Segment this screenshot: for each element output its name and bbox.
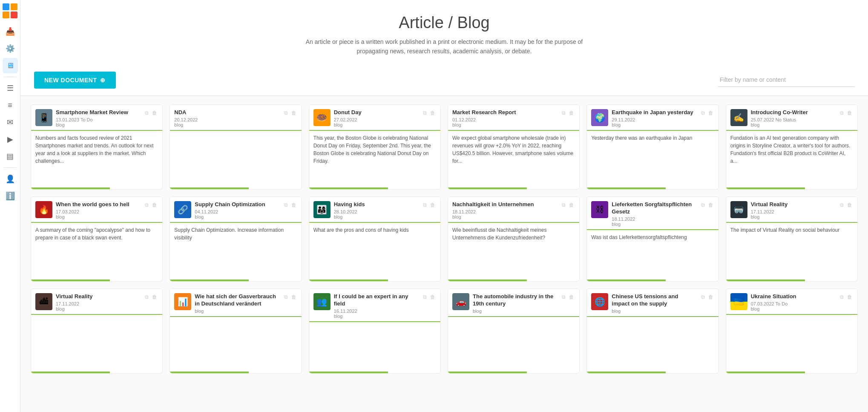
- copy-icon[interactable]: ⧉: [700, 109, 706, 117]
- copy-icon[interactable]: ⧉: [700, 293, 706, 301]
- card-meta: Wie hat sich der Gasverbrauch in Deutsch…: [195, 293, 279, 314]
- card-expert-field[interactable]: 👥 If I could be an expert in any field 1…: [309, 288, 441, 374]
- sidebar-item-play[interactable]: ▶: [3, 132, 18, 147]
- card-actions: ⧉ 🗑: [700, 293, 714, 301]
- card-actions: ⧉ 🗑: [422, 293, 436, 301]
- copy-icon[interactable]: ⧉: [283, 201, 289, 209]
- card-having-kids[interactable]: 👨‍👩‍👧 Having kids 28.10.2022 blog ⧉ 🗑 Wh…: [309, 196, 441, 282]
- delete-icon[interactable]: 🗑: [290, 293, 297, 301]
- new-document-button[interactable]: NEW DOCUMENT ⊕: [34, 72, 116, 89]
- copy-icon[interactable]: ⧉: [283, 293, 289, 301]
- card-footer: [726, 372, 857, 373]
- copy-icon[interactable]: ⧉: [422, 201, 428, 209]
- sidebar-item-monitor[interactable]: 🖥: [3, 58, 18, 73]
- card-thumbnail: 🥽: [730, 201, 747, 218]
- delete-icon[interactable]: 🗑: [707, 293, 714, 301]
- sidebar-item-person[interactable]: 👤: [3, 171, 18, 187]
- copy-icon[interactable]: ⧉: [561, 109, 566, 117]
- card-header: 👨‍👩‍👧 Having kids 28.10.2022 blog ⧉ 🗑: [309, 197, 440, 222]
- sidebar-item-info[interactable]: ℹ️: [3, 188, 18, 204]
- card-virtual-reality-2[interactable]: 🏙 Virtual Reality 17.11.2022 blog ⧉ 🗑: [31, 288, 163, 374]
- card-world-goes-hell[interactable]: 🔥 When the world goes to hell 17.03.2022…: [31, 196, 163, 282]
- card-ukraine-situation[interactable]: 🇺🇦 Ukraine Situation 07.03.2022 To Do bl…: [726, 288, 858, 374]
- delete-icon[interactable]: 🗑: [707, 201, 714, 209]
- sidebar-item-layers[interactable]: ▤: [3, 149, 18, 164]
- card-header: 🏙 Virtual Reality 17.11.2022 blog ⧉ 🗑: [31, 289, 162, 314]
- delete-icon[interactable]: 🗑: [846, 293, 853, 301]
- card-meta: NDA 20.12.2022 blog: [174, 109, 279, 127]
- filter-input[interactable]: [718, 73, 854, 87]
- card-thumbnail: 🔗: [174, 201, 191, 218]
- delete-icon[interactable]: 🗑: [151, 109, 158, 117]
- card-market-research[interactable]: Market Research Report 01.12.2022 blog ⧉…: [448, 104, 580, 190]
- card-divider: [309, 222, 440, 223]
- copy-icon[interactable]: ⧉: [839, 293, 845, 301]
- delete-icon[interactable]: 🗑: [429, 109, 436, 117]
- card-type: blog: [56, 214, 141, 219]
- card-meta: Chinese US tensions and impact on the su…: [612, 293, 696, 314]
- card-nachhaltigkeit[interactable]: Nachhaltigkeit in Unternehmen 18.11.2022…: [448, 196, 580, 282]
- delete-icon[interactable]: 🗑: [707, 109, 714, 117]
- delete-icon[interactable]: 🗑: [429, 201, 436, 209]
- toolbar: NEW DOCUMENT ⊕: [20, 65, 868, 96]
- delete-icon[interactable]: 🗑: [151, 201, 158, 209]
- sidebar-item-inbox[interactable]: 📥: [3, 24, 18, 39]
- copy-icon[interactable]: ⧉: [144, 293, 149, 301]
- card-header: 📊 Wie hat sich der Gasverbrauch in Deuts…: [170, 289, 301, 316]
- card-divider: [587, 229, 718, 230]
- copy-icon[interactable]: ⧉: [700, 201, 706, 209]
- copy-icon[interactable]: ⧉: [561, 293, 566, 301]
- delete-icon[interactable]: 🗑: [151, 293, 158, 301]
- card-meta: Ukraine Situation 07.03.2022 To Do blog: [751, 293, 836, 311]
- copy-icon[interactable]: ⧉: [283, 109, 289, 117]
- delete-icon[interactable]: 🗑: [846, 201, 853, 209]
- delete-icon[interactable]: 🗑: [846, 109, 853, 117]
- copy-icon[interactable]: ⧉: [422, 109, 428, 117]
- card-footer: [726, 279, 857, 281]
- delete-icon[interactable]: 🗑: [568, 293, 575, 301]
- sidebar-item-mail[interactable]: ✉: [3, 115, 18, 130]
- card-body: Was ist das Lieferkettensorgfaltspflicht…: [587, 233, 718, 279]
- logo-cell-3: [3, 12, 9, 18]
- card-nda[interactable]: NDA 20.12.2022 blog ⧉ 🗑: [170, 104, 302, 190]
- card-body: This year, the Boston Globe is celebrati…: [309, 134, 440, 187]
- card-thumbnail: ✍️: [730, 109, 747, 126]
- page-title: Article / Blog: [29, 14, 859, 32]
- card-automobile[interactable]: 🚗 The automobile industry in the 19th ce…: [448, 288, 580, 374]
- sidebar-item-list[interactable]: ☰: [3, 81, 18, 96]
- copy-icon[interactable]: ⧉: [561, 201, 566, 209]
- delete-icon[interactable]: 🗑: [568, 201, 575, 209]
- card-gasverbrauch[interactable]: 📊 Wie hat sich der Gasverbrauch in Deuts…: [170, 288, 302, 374]
- copy-icon[interactable]: ⧉: [839, 109, 845, 117]
- sidebar-item-settings[interactable]: ⚙️: [3, 41, 18, 56]
- card-donut-day[interactable]: 🍩 Donut Day 27.02.2022 blog ⧉ 🗑 This yea…: [309, 104, 441, 190]
- card-meta: Smartphone Market Review 13.01.2023 To D…: [56, 109, 141, 127]
- delete-icon[interactable]: 🗑: [290, 201, 297, 209]
- copy-icon[interactable]: ⧉: [144, 201, 149, 209]
- card-divider: [448, 222, 579, 223]
- card-header: 👥 If I could be an expert in any field 1…: [309, 289, 440, 321]
- delete-icon[interactable]: 🗑: [290, 109, 297, 117]
- copy-icon[interactable]: ⧉: [839, 201, 845, 209]
- card-header: ⛓ Lieferketten Sorgfaltspflichten Gesetz…: [587, 197, 718, 229]
- card-smartphone-market[interactable]: 📱 Smartphone Market Review 13.01.2023 To…: [31, 104, 163, 190]
- copy-icon[interactable]: ⧉: [422, 293, 428, 301]
- card-actions: ⧉ 🗑: [144, 293, 158, 301]
- cards-grid: 📱 Smartphone Market Review 13.01.2023 To…: [20, 96, 868, 382]
- card-type: blog: [334, 314, 419, 319]
- card-introducing-cowriter[interactable]: ✍️ Introducing Co-Writer 25.07.2022 No S…: [726, 104, 858, 190]
- sidebar-item-lines[interactable]: ≡: [3, 98, 18, 113]
- card-divider: [170, 130, 301, 131]
- copy-icon[interactable]: ⧉: [144, 109, 149, 117]
- card-earthquake-japan[interactable]: 🌍 Earthquake in Japan yesterday 29.11.20…: [586, 104, 719, 190]
- card-meta: Virtual Reality 17.11.2022 blog: [56, 293, 141, 311]
- card-virtual-reality-1[interactable]: 🥽 Virtual Reality 17.11.2022 blog ⧉ 🗑 Th…: [726, 196, 858, 282]
- card-divider: [448, 130, 579, 131]
- card-footer: [448, 279, 579, 281]
- card-header: 🥽 Virtual Reality 17.11.2022 blog ⧉ 🗑: [726, 197, 857, 222]
- card-supply-chain[interactable]: 🔗 Supply Chain Optimization 04.11.2022 b…: [170, 196, 302, 282]
- card-lieferketten[interactable]: ⛓ Lieferketten Sorgfaltspflichten Gesetz…: [586, 196, 719, 282]
- delete-icon[interactable]: 🗑: [568, 109, 575, 117]
- card-chinese-us-tensions[interactable]: 🌐 Chinese US tensions and impact on the …: [586, 288, 719, 374]
- delete-icon[interactable]: 🗑: [429, 293, 436, 301]
